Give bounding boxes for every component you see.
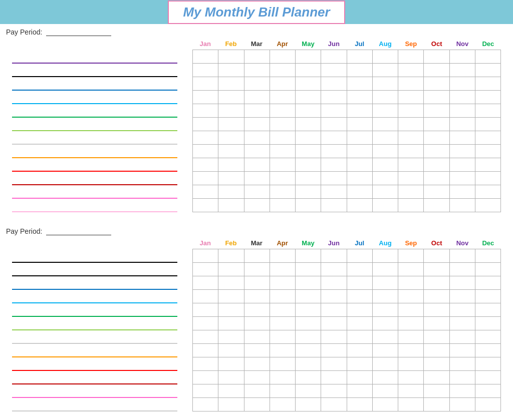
grid-cell xyxy=(321,276,347,290)
grid-cell xyxy=(449,371,475,384)
bill-line xyxy=(12,202,192,215)
grid-cell xyxy=(193,199,218,212)
grid-cell xyxy=(321,330,347,344)
grid-cell xyxy=(449,199,475,212)
grid-cell xyxy=(475,50,500,64)
grid-cell xyxy=(296,330,321,344)
grid-cell xyxy=(424,91,449,104)
month-header-1: JanFebMarAprMayJunJulAugSepOctNovDec xyxy=(192,39,501,50)
grid-cell xyxy=(449,64,475,77)
grid-col-1: JanFebMarAprMayJunJulAugSepOctNovDec xyxy=(192,39,501,215)
grid-cell xyxy=(347,344,372,357)
bill-line-color xyxy=(12,275,177,276)
grid-cell xyxy=(424,64,449,77)
grid-col-2: JanFebMarAprMayJunJulAugSepOctNovDec xyxy=(192,238,501,414)
month-label-dec: Dec xyxy=(475,238,501,249)
grid-cell xyxy=(347,158,372,172)
grid-cell xyxy=(218,131,244,145)
grid-cell xyxy=(193,118,218,131)
grid-cell xyxy=(449,131,475,145)
grid-cell xyxy=(372,91,398,104)
grid-cell xyxy=(475,118,500,131)
grid-cell xyxy=(296,249,321,263)
grid-cell xyxy=(244,91,270,104)
table-row xyxy=(193,199,501,212)
grid-cell xyxy=(321,91,347,104)
grid-cell xyxy=(475,317,500,330)
grid-cell xyxy=(270,158,295,172)
grid-cell xyxy=(270,118,295,131)
grid-cell xyxy=(372,131,398,145)
grid-cell xyxy=(398,185,424,199)
title-box: My Monthly Bill Planner xyxy=(168,1,345,24)
grid-cell xyxy=(296,371,321,384)
grid-cell xyxy=(244,185,270,199)
grid-cell xyxy=(424,185,449,199)
bill-line xyxy=(12,80,192,94)
bill-line xyxy=(12,188,192,202)
bill-line-color xyxy=(12,103,177,104)
bill-line xyxy=(12,279,192,293)
grid-cell xyxy=(398,263,424,276)
grid-cell xyxy=(218,77,244,91)
grid-cell xyxy=(449,104,475,118)
grid-cell xyxy=(296,185,321,199)
grid-cell xyxy=(372,344,398,357)
grid-cell xyxy=(475,131,500,145)
page-title: My Monthly Bill Planner xyxy=(183,5,330,20)
grid-cell xyxy=(296,303,321,317)
grid-cell xyxy=(347,199,372,212)
month-label-jul: Jul xyxy=(347,238,372,249)
bill-line xyxy=(12,306,192,320)
grid-cell xyxy=(244,172,270,185)
grid-cell xyxy=(218,384,244,398)
grid-cell xyxy=(372,276,398,290)
grid-cell xyxy=(244,290,270,303)
bill-line xyxy=(12,252,192,266)
grid-cell xyxy=(398,77,424,91)
grid-cell xyxy=(449,172,475,185)
grid-cell xyxy=(321,371,347,384)
grid-cell xyxy=(372,118,398,131)
grid-cell xyxy=(270,330,295,344)
bill-line-color xyxy=(12,343,177,344)
grid-cell xyxy=(475,158,500,172)
grid-cell xyxy=(475,64,500,77)
grid-cell xyxy=(244,77,270,91)
grid-cell xyxy=(424,77,449,91)
table-row xyxy=(193,398,501,411)
grid-cell xyxy=(347,276,372,290)
table-row xyxy=(193,371,501,384)
grid-cell xyxy=(296,384,321,398)
grid-cell xyxy=(218,330,244,344)
grid-cell xyxy=(296,50,321,64)
grid-cell xyxy=(193,158,218,172)
grid-cell xyxy=(270,131,295,145)
grid-cell xyxy=(372,199,398,212)
grid-cell xyxy=(218,371,244,384)
grid-cell xyxy=(424,158,449,172)
grid-cell xyxy=(321,384,347,398)
grid-cell xyxy=(218,199,244,212)
grid-cell xyxy=(372,50,398,64)
bill-line-color xyxy=(12,397,177,398)
grid-cell xyxy=(218,276,244,290)
grid-cell xyxy=(218,290,244,303)
grid-cell xyxy=(449,185,475,199)
grid-cell xyxy=(321,344,347,357)
grid-cell xyxy=(347,131,372,145)
grid-cell xyxy=(193,263,218,276)
grid-cell xyxy=(372,303,398,317)
bill-line xyxy=(12,347,192,360)
month-label-sep: Sep xyxy=(398,238,424,249)
bill-line-color xyxy=(12,171,177,172)
grid-cell xyxy=(398,172,424,185)
bill-lines-2 xyxy=(12,238,192,414)
grid-cell xyxy=(218,104,244,118)
bill-line-color xyxy=(12,144,177,145)
top-banner: My Monthly Bill Planner xyxy=(0,0,513,24)
grid-cell xyxy=(193,249,218,263)
grid-cell xyxy=(475,145,500,158)
grid-cell xyxy=(372,104,398,118)
grid-cell xyxy=(244,384,270,398)
